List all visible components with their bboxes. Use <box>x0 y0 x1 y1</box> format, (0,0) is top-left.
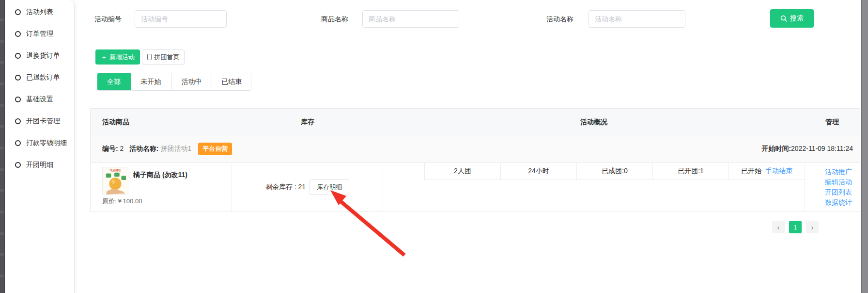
tab-not-started[interactable]: 未开始 <box>131 73 171 90</box>
circle-icon <box>15 75 21 81</box>
circle-icon <box>15 97 21 102</box>
header-overview: 活动概况 <box>383 109 805 135</box>
add-activity-button[interactable]: ＋ 新增活动 <box>95 49 140 65</box>
sidebar-item-label: 开团明细 <box>26 161 53 169</box>
sidebar-item-label: 基础设置 <box>26 95 53 104</box>
activity-no-key: 编号: <box>102 145 118 152</box>
circle-icon <box>15 9 21 15</box>
product-cell: 吃甜橘取 橘子商品 (勿改11) 原价:￥100.00 <box>91 163 232 212</box>
activity-name-input[interactable] <box>589 10 685 28</box>
activity-no-input[interactable] <box>135 10 227 28</box>
status-text: 已开始 <box>741 167 761 176</box>
start-time: 开始时间:2022-11-09 18:11:24 <box>761 145 853 153</box>
edit-activity-link[interactable]: 编辑活动 <box>805 177 852 187</box>
start-time-key: 开始时间: <box>761 145 791 152</box>
circle-icon <box>15 118 21 124</box>
circle-icon <box>15 31 21 37</box>
product-name-label: 商品名称 <box>321 10 348 28</box>
tab-ended[interactable]: 已结束 <box>212 73 251 90</box>
manual-end-link[interactable]: 手动结束 <box>765 167 792 176</box>
search-icon <box>780 15 787 22</box>
page: 活动列表 订单管理 退换货订单 已退款订单 基础设置 开团卡管理 打款零钱明细 <box>0 0 868 293</box>
pagination: ‹ 1 › <box>772 221 819 233</box>
sidebar: 活动列表 订单管理 退换货订单 已退款订单 基础设置 开团卡管理 打款零钱明细 <box>5 0 75 293</box>
activity-no-label: 活动编号 <box>94 10 122 28</box>
product-image: 吃甜橘取 <box>102 167 128 195</box>
activity-name-key: 活动名称: <box>129 145 159 152</box>
sidebar-item-label: 打款零钱明细 <box>26 139 67 147</box>
overview-status: 已开始 手动结束 <box>728 163 805 180</box>
circle-icon <box>15 140 21 146</box>
table-row: 吃甜橘取 橘子商品 (勿改11) 原价:￥100.00 剩余库存 : 21 库存… <box>91 163 860 212</box>
page-1-button[interactable]: 1 <box>789 221 802 233</box>
header-stock: 库存 <box>232 109 383 135</box>
sidebar-item-return-orders[interactable]: 退换货订单 <box>5 45 74 66</box>
group-home-label: 拼团首页 <box>155 53 180 62</box>
circle-icon <box>15 53 21 59</box>
next-page-button[interactable]: › <box>806 221 819 233</box>
sidebar-item-label: 退换货订单 <box>26 51 60 60</box>
activity-table: 活动商品 库存 活动概况 管理 编号: 2 活动名称: 拼团活动1 平台自营 开… <box>90 108 860 212</box>
search-button-label: 搜索 <box>790 14 804 23</box>
sidebar-item-group-card[interactable]: 开团卡管理 <box>5 110 74 132</box>
stock-detail-button[interactable]: 库存明细 <box>310 179 349 195</box>
sidebar-item-group-detail[interactable]: 开团明细 <box>5 154 74 176</box>
plus-icon: ＋ <box>101 53 107 62</box>
header-manage: 管理 <box>805 109 860 135</box>
sidebar-item-payment-detail[interactable]: 打款零钱明细 <box>5 132 74 154</box>
platform-badge: 平台自营 <box>198 143 232 155</box>
group-home-button[interactable]: 拼团首页 <box>142 49 185 65</box>
remaining-stock: 剩余库存 : 21 <box>265 183 306 192</box>
stock-cell: 剩余库存 : 21 库存明细 <box>232 163 383 212</box>
start-time-value: 2022-11-09 18:11:24 <box>791 145 853 152</box>
tab-all[interactable]: 全部 <box>97 73 131 91</box>
overview-completed: 已成团:0 <box>576 163 652 180</box>
product-price: 原价:￥100.00 <box>102 197 142 206</box>
activity-name-value: 拼团活动1 <box>161 145 192 152</box>
product-name-input[interactable] <box>362 10 459 28</box>
data-statistics-link[interactable]: 数据统计 <box>805 197 852 207</box>
activity-group-info: 编号: 2 活动名称: 拼团活动1 平台自营 <box>102 143 232 155</box>
status-tabs: 全部 未开始 活动中 已结束 <box>97 73 251 91</box>
group-list-link[interactable]: 开团列表 <box>805 187 852 197</box>
vertical-scrollbar[interactable] <box>861 0 868 293</box>
activity-name-label: 活动名称 <box>546 10 574 28</box>
promote-link[interactable]: 活动推广 <box>805 167 852 177</box>
overview-opened: 已开团:1 <box>652 163 728 180</box>
sidebar-item-basic-settings[interactable]: 基础设置 <box>5 88 74 110</box>
activity-group-row: 编号: 2 活动名称: 拼团活动1 平台自营 开始时间:2022-11-09 1… <box>91 135 860 163</box>
circle-icon <box>15 162 21 168</box>
prev-page-button[interactable]: ‹ <box>772 221 785 233</box>
table-header: 活动商品 库存 活动概况 管理 <box>91 109 860 135</box>
search-button[interactable]: 搜索 <box>770 9 814 28</box>
product-title: 橘子商品 (勿改11) <box>133 171 187 179</box>
header-product: 活动商品 <box>102 109 129 135</box>
window-edge-strip <box>0 0 5 293</box>
svg-text:吃甜橘取: 吃甜橘取 <box>109 168 121 172</box>
add-activity-label: 新增活动 <box>109 53 135 62</box>
sidebar-item-label: 已退款订单 <box>26 73 60 82</box>
tab-in-progress[interactable]: 活动中 <box>171 73 212 90</box>
sidebar-item-order-management[interactable]: 订单管理 <box>5 23 74 45</box>
overview-duration: 24小时 <box>500 163 576 180</box>
manage-cell: 活动推广 编辑活动 开团列表 数据统计 <box>805 163 861 212</box>
overview-subrow: 2人团 24小时 已成团:0 已开团:1 已开始 手动结束 <box>424 163 805 180</box>
overview-group-size: 2人团 <box>424 163 500 180</box>
page-icon <box>147 54 152 60</box>
sidebar-item-label: 订单管理 <box>26 30 53 38</box>
sidebar-item-refunded-orders[interactable]: 已退款订单 <box>5 66 74 88</box>
activity-no-value: 2 <box>120 145 124 152</box>
sidebar-item-label: 活动列表 <box>26 8 53 16</box>
sidebar-item-activity-list[interactable]: 活动列表 <box>5 1 74 23</box>
sidebar-item-label: 开团卡管理 <box>26 117 60 126</box>
